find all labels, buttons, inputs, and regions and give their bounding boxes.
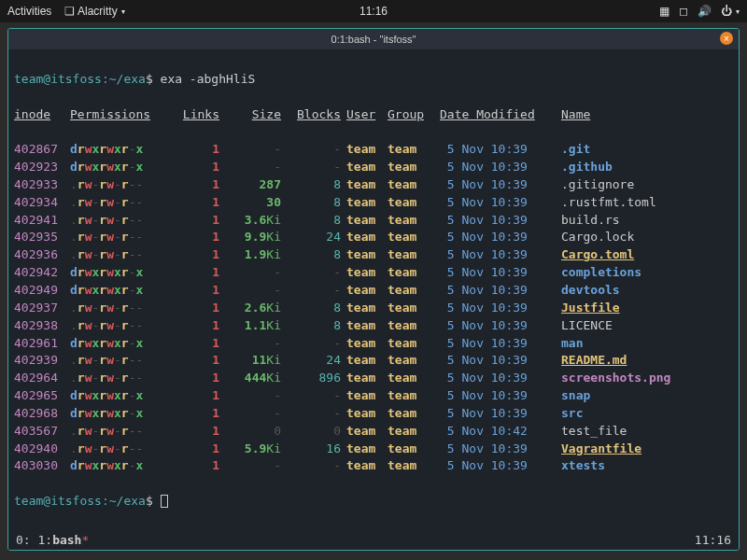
- links: 1: [173, 457, 219, 475]
- filename: man: [556, 335, 733, 353]
- file-row: 403030drwxrwxr-x1--teamteam 5 Nov 10:39x…: [14, 457, 733, 475]
- activities-button[interactable]: Activities: [7, 5, 51, 18]
- inode: 402936: [14, 246, 70, 264]
- group: team: [388, 159, 434, 176]
- links: 1: [173, 441, 219, 458]
- user: team: [341, 352, 388, 370]
- filename: build.rs: [556, 212, 733, 230]
- group: team: [388, 335, 434, 353]
- inode: 402923: [14, 159, 70, 176]
- permissions: drwxrwxr-x: [70, 405, 173, 423]
- file-row: 402940.rw-rw-r--15.9Ki16teamteam 5 Nov 1…: [14, 441, 733, 458]
- user: team: [341, 441, 388, 458]
- inode: 402968: [14, 405, 70, 423]
- size: -: [219, 405, 281, 423]
- user: team: [341, 246, 388, 264]
- links: 1: [173, 176, 219, 194]
- links: 1: [173, 264, 219, 282]
- file-row: 402939.rw-rw-r--111Ki24teamteam 5 Nov 10…: [14, 352, 733, 370]
- file-row: 402942drwxrwxr-x1--teamteam 5 Nov 10:39c…: [14, 264, 733, 282]
- permissions: .rw-rw-r--: [70, 300, 173, 317]
- blocks: -: [281, 264, 341, 282]
- user: team: [341, 282, 388, 300]
- size: -: [219, 264, 281, 282]
- permissions: .rw-rw-r--: [70, 212, 173, 230]
- terminal-content[interactable]: team@itsfoss:~/exa$ exa -abghHliS inode …: [8, 49, 739, 529]
- grid-icon[interactable]: ▦: [659, 5, 669, 18]
- topbar-clock[interactable]: 11:16: [359, 5, 388, 18]
- group: team: [388, 194, 434, 212]
- date: 5 Nov 10:39: [434, 405, 556, 423]
- file-row: 402935.rw-rw-r--19.9Ki24teamteam 5 Nov 1…: [14, 229, 733, 246]
- terminal-icon: ❑: [64, 5, 75, 18]
- prompt-line: team@itsfoss:~/exa$ exa -abghHliS: [14, 71, 733, 89]
- file-row: 402965drwxrwxr-x1--teamteam 5 Nov 10:39s…: [14, 387, 733, 405]
- file-row: 402937.rw-rw-r--12.6Ki8teamteam 5 Nov 10…: [14, 300, 733, 317]
- blocks: 0: [281, 423, 341, 441]
- links: 1: [173, 212, 219, 230]
- date: 5 Nov 10:39: [434, 246, 556, 264]
- links: 1: [173, 352, 219, 370]
- blocks: 24: [281, 352, 341, 370]
- links: 1: [173, 159, 219, 176]
- file-row: 402961drwxrwxr-x1--teamteam 5 Nov 10:39m…: [14, 335, 733, 353]
- user: team: [341, 141, 388, 159]
- filename: Justfile: [556, 300, 733, 317]
- header-links: Links: [173, 106, 219, 124]
- group: team: [388, 423, 434, 441]
- user: team: [341, 317, 388, 335]
- statusbar-clock: 11:16: [695, 533, 731, 547]
- close-icon[interactable]: ×: [720, 32, 733, 45]
- file-row: 402936.rw-rw-r--11.9Ki8teamteam 5 Nov 10…: [14, 246, 733, 264]
- file-listing: 402867drwxrwxr-x1--teamteam 5 Nov 10:39.…: [14, 141, 733, 475]
- blocks: -: [281, 159, 341, 176]
- app-menu[interactable]: ❑ Alacritty▾: [64, 5, 124, 18]
- inode: 402961: [14, 335, 70, 353]
- header-inode: inode: [14, 106, 70, 124]
- inode: 402965: [14, 387, 70, 405]
- header-group: Group: [388, 106, 434, 124]
- permissions: drwxrwxr-x: [70, 457, 173, 475]
- inode: 403567: [14, 423, 70, 441]
- size: -: [219, 159, 281, 176]
- blocks: 896: [281, 370, 341, 387]
- power-icon[interactable]: ⏻▾: [721, 5, 740, 18]
- links: 1: [173, 300, 219, 317]
- size: 444Ki: [219, 370, 281, 387]
- user: team: [341, 370, 388, 387]
- window-icon[interactable]: ◻: [679, 5, 688, 18]
- group: team: [388, 387, 434, 405]
- blocks: -: [281, 141, 341, 159]
- user: team: [341, 423, 388, 441]
- permissions: .rw-rw-r--: [70, 370, 173, 387]
- permissions: .rw-rw-r--: [70, 229, 173, 246]
- command-text: exa -abghHliS: [161, 72, 256, 86]
- user: team: [341, 335, 388, 353]
- permissions: .rw-rw-r--: [70, 441, 173, 458]
- group: team: [388, 282, 434, 300]
- filename: LICENCE: [556, 317, 733, 335]
- blocks: 8: [281, 300, 341, 317]
- speaker-icon[interactable]: 🔊: [698, 5, 712, 18]
- links: 1: [173, 387, 219, 405]
- permissions: .rw-rw-r--: [70, 352, 173, 370]
- group: team: [388, 246, 434, 264]
- permissions: .rw-rw-r--: [70, 423, 173, 441]
- links: 1: [173, 229, 219, 246]
- filename: Cargo.lock: [556, 229, 733, 246]
- filename: src: [556, 405, 733, 423]
- size: 0: [219, 423, 281, 441]
- terminal-window: 0:1:bash - "itsfoss" × team@itsfoss:~/ex…: [7, 28, 740, 551]
- date: 5 Nov 10:39: [434, 387, 556, 405]
- group: team: [388, 264, 434, 282]
- group: team: [388, 405, 434, 423]
- filename: .gitignore: [556, 176, 733, 194]
- inode: 402935: [14, 229, 70, 246]
- tmux-statusbar: 0: 1:bash* 11:16: [8, 529, 739, 550]
- header-blocks: Blocks: [281, 106, 341, 124]
- size: 287: [219, 176, 281, 194]
- prompt-line-2: team@itsfoss:~/exa$: [14, 493, 733, 511]
- file-row: 402938.rw-rw-r--11.1Ki8teamteam 5 Nov 10…: [14, 317, 733, 335]
- file-row: 402933.rw-rw-r--12878teamteam 5 Nov 10:3…: [14, 176, 733, 194]
- filename: xtests: [556, 457, 733, 475]
